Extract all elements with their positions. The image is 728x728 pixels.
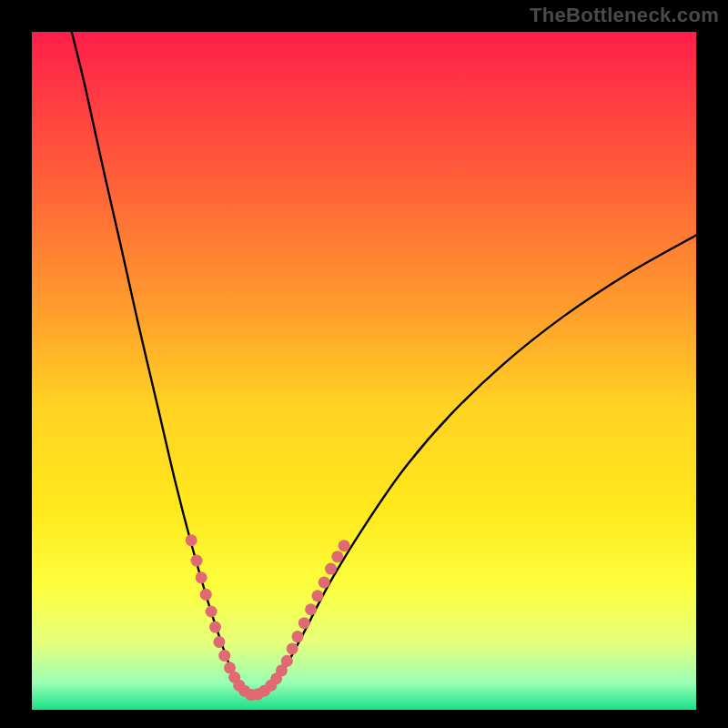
- highlight-dot: [209, 622, 221, 633]
- highlight-dot: [339, 540, 350, 551]
- highlight-dot: [292, 631, 304, 642]
- chart-background: [32, 32, 696, 710]
- highlight-dot: [186, 534, 197, 546]
- highlight-dot: [191, 555, 203, 567]
- highlight-dot: [318, 576, 330, 588]
- highlight-dot: [218, 650, 230, 662]
- highlight-dot: [196, 571, 207, 583]
- watermark-text: TheBottleneck.com: [530, 4, 719, 27]
- plot-area: [32, 32, 696, 710]
- highlight-dot: [281, 655, 293, 667]
- highlight-dot: [287, 642, 298, 654]
- highlight-dot: [298, 617, 310, 629]
- highlight-dot: [311, 590, 323, 602]
- chart-svg: [32, 32, 696, 710]
- highlight-dot: [213, 636, 225, 648]
- highlight-dot: [206, 605, 217, 617]
- chart-frame: TheBottleneck.com: [0, 0, 728, 728]
- highlight-dot: [331, 551, 343, 562]
- highlight-dot: [325, 563, 337, 575]
- highlight-dot: [305, 603, 317, 615]
- highlight-dot: [200, 589, 212, 601]
